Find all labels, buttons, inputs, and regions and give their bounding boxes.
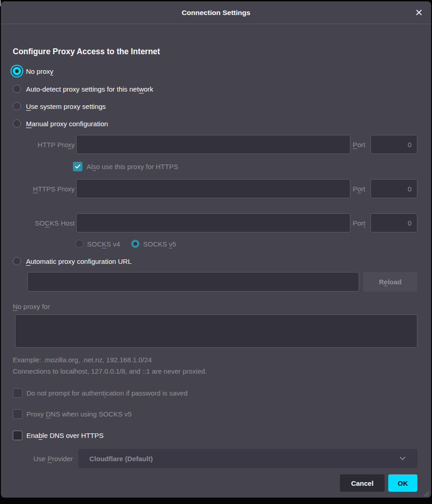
resize-grip[interactable] — [422, 490, 429, 497]
radio-label-socks-v4: SOCKS v4 — [87, 240, 120, 248]
radio-auto-url[interactable] — [13, 257, 21, 265]
radio-manual-proxy[interactable] — [13, 119, 21, 128]
connection-settings-dialog: Connection Settings ✕ Configure Proxy Ac… — [1, 1, 431, 498]
chevron-down-icon — [400, 454, 406, 460]
no-auth-prompt-row: Do not prompt for authentication if pass… — [13, 388, 188, 398]
radio-label-system-proxy: Use system proxy settings — [26, 103, 106, 110]
radio-row-system-proxy: Use system proxy settings — [13, 101, 106, 112]
screen-background: Connection Settings ✕ Configure Proxy Ac… — [0, 0, 432, 504]
radio-label-auto-detect: Auto-detect proxy settings for this netw… — [26, 85, 153, 93]
doh-provider-selected-value: Cloudflare (Default) — [89, 455, 153, 463]
socks-v4-row: SOCKS v4 — [75, 238, 120, 249]
https-port-input[interactable] — [370, 179, 417, 198]
radio-system-proxy[interactable] — [13, 102, 21, 110]
doh-label: Enable DNS over HTTPS — [26, 432, 103, 439]
proxy-dns-checkbox[interactable] — [13, 409, 22, 419]
no-proxy-for-textarea[interactable] — [15, 314, 417, 348]
socks-port-input[interactable] — [370, 213, 417, 232]
radio-row-no-proxy: No proxy — [13, 66, 53, 77]
radio-label-socks-v5: SOCKS v5 — [143, 240, 176, 248]
also-https-checkbox[interactable] — [73, 162, 82, 171]
proxy-dns-label: Proxy DNS when using SOCKS v5 — [26, 410, 132, 418]
example-note: Example: .mozilla.org, .net.nz, 192.168.… — [13, 355, 152, 364]
socks-v5-row: SOCKS v5 — [131, 238, 176, 249]
socks-host-input[interactable] — [76, 213, 350, 232]
socks-host-label: SOCKS Host — [13, 213, 75, 232]
http-proxy-input[interactable] — [76, 135, 350, 154]
radio-auto-detect[interactable] — [13, 85, 21, 93]
no-auth-prompt-checkbox[interactable] — [13, 388, 22, 398]
radio-label-no-proxy: No proxy — [26, 67, 53, 75]
localhost-note: Connections to localhost, 127.0.0.1/8, a… — [13, 366, 207, 375]
socks-port-label: Port — [353, 213, 365, 232]
https-proxy-label: HTTPS Proxy — [13, 179, 75, 198]
proxy-dns-row: Proxy DNS when using SOCKS v5 — [13, 409, 132, 419]
also-https-row: Also use this proxy for HTTPS — [73, 161, 178, 172]
also-https-label: Also use this proxy for HTTPS — [87, 163, 178, 170]
no-auth-prompt-label: Do not prompt for authentication if pass… — [26, 389, 188, 397]
https-proxy-input[interactable] — [76, 179, 350, 198]
cancel-button[interactable]: Cancel — [340, 474, 385, 492]
ok-button[interactable]: OK — [388, 474, 417, 492]
radio-socks-v4[interactable] — [75, 240, 83, 248]
doh-row: Enable DNS over HTTPS — [13, 430, 103, 441]
auto-url-input[interactable] — [27, 272, 359, 292]
http-port-label: Port — [353, 135, 365, 154]
doh-provider-select[interactable]: Cloudflare (Default) — [78, 449, 417, 468]
radio-no-proxy[interactable] — [13, 67, 21, 75]
check-icon — [75, 163, 80, 169]
radio-row-auto-url: Automatic proxy configuration URL — [13, 256, 132, 267]
radio-socks-v5[interactable] — [131, 240, 139, 248]
no-proxy-for-label: No proxy for — [13, 301, 50, 311]
dialog-title: Connection Settings — [182, 9, 251, 17]
radio-label-manual-proxy: Manual proxy configuration — [26, 120, 108, 128]
https-port-label: Port — [353, 179, 365, 198]
http-port-input[interactable] — [370, 135, 417, 154]
http-proxy-label: HTTP Proxy — [13, 135, 75, 154]
radio-row-manual-proxy: Manual proxy configuration — [13, 118, 108, 129]
close-icon[interactable]: ✕ — [415, 1, 423, 24]
radio-row-auto-detect: Auto-detect proxy settings for this netw… — [13, 83, 153, 94]
radio-label-auto-url: Automatic proxy configuration URL — [26, 257, 132, 265]
doh-checkbox[interactable] — [13, 431, 22, 440]
dialog-titlebar: Connection Settings ✕ — [1, 1, 431, 24]
page-title: Configure Proxy Access to the Internet — [13, 47, 160, 57]
use-provider-label: Use Provider — [13, 449, 73, 468]
reload-button[interactable]: Reload — [363, 272, 417, 292]
